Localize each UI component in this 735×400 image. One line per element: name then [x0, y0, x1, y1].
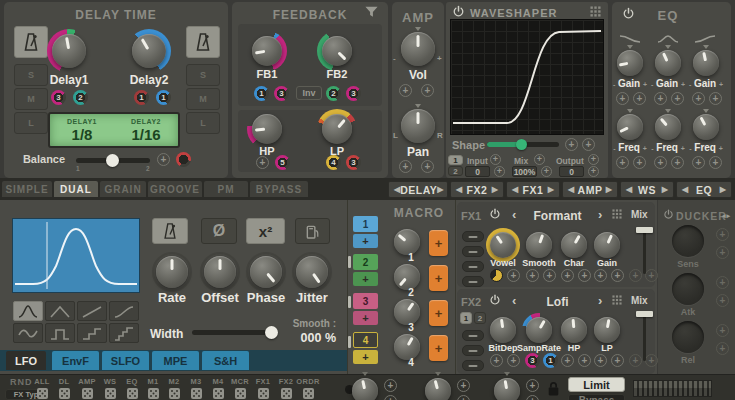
tab-bypass[interactable]: BYPASS	[250, 181, 308, 197]
ducker-atk-knob[interactable]	[672, 273, 704, 305]
eq-gain-add-mod-button[interactable]	[633, 92, 646, 105]
delay1-m-button[interactable]: M	[14, 88, 48, 110]
fx2-prev-preset-button[interactable]	[512, 294, 516, 307]
delay2-sync-metronome-button[interactable]	[186, 26, 220, 58]
fx2-add-mod-button[interactable]	[578, 354, 591, 367]
randomize-dice-button[interactable]	[258, 388, 269, 399]
nav-tab-ws[interactable]: WS	[620, 181, 674, 198]
randomize-dice-button[interactable]	[105, 388, 116, 399]
macro-4-drag-handle[interactable]	[429, 335, 448, 361]
rnd-add-mod-button[interactable]	[526, 379, 539, 392]
delay1-knob[interactable]	[52, 34, 86, 68]
balance-slider-handle[interactable]	[106, 154, 119, 167]
fx2-mix-add-mod-button[interactable]	[645, 354, 658, 367]
fx2-add-mod-button[interactable]	[611, 354, 624, 367]
fx2-mod-slot[interactable]	[462, 345, 484, 356]
fx2-slot-b-button[interactable]: 2	[474, 312, 486, 324]
nav-tab-amp[interactable]: AMP	[562, 181, 618, 198]
fx2-samprate-knob[interactable]	[526, 317, 552, 343]
prev-arrow-icon[interactable]	[456, 186, 462, 194]
width-slider[interactable]	[192, 330, 278, 335]
lp-mod-badge[interactable]: 3	[346, 155, 361, 170]
fx1-mod-slot[interactable]	[462, 261, 484, 272]
lfo-rate-knob[interactable]	[156, 256, 188, 288]
eq-freq-add-mod-button[interactable]	[671, 156, 684, 169]
output-add-mod-button[interactable]	[588, 166, 599, 177]
rnd-amount-knob[interactable]	[352, 378, 378, 400]
eq-gain-add-mod-button[interactable]	[616, 92, 629, 105]
preset-grid-icon[interactable]	[612, 209, 622, 219]
fx1-mix-slider-handle[interactable]	[636, 227, 653, 233]
prev-arrow-icon[interactable]	[626, 186, 632, 194]
macro-1-drag-handle[interactable]	[429, 230, 448, 256]
rnd-add-mod-button[interactable]	[457, 379, 470, 392]
output-value-box[interactable]: 0	[559, 166, 584, 177]
output-add-mod-button[interactable]	[588, 154, 599, 165]
eq-band1-gain-knob[interactable]	[617, 50, 643, 76]
nav-tab-fx1[interactable]: FX1	[506, 181, 560, 198]
rnd-amount-knob[interactable]	[425, 378, 451, 400]
fx1-next-preset-button[interactable]	[598, 208, 602, 221]
hp-mod-badge[interactable]: 5	[275, 155, 290, 170]
eq-gain-add-mod-button[interactable]	[709, 92, 722, 105]
randomize-dice-button[interactable]	[303, 388, 314, 399]
delay2-l-button[interactable]: L	[186, 112, 220, 134]
randomize-dice-button[interactable]	[127, 388, 138, 399]
rnd-add-mod-button[interactable]	[384, 379, 397, 392]
randomize-dice-button[interactable]	[191, 388, 202, 399]
tab-pm[interactable]: PM	[204, 181, 248, 197]
fx2-add-mod-button[interactable]	[507, 354, 520, 367]
lfo-shape-square-button[interactable]	[45, 323, 75, 343]
samprate-mod-badge[interactable]: 3	[525, 353, 540, 368]
hp-add-mod-button[interactable]	[256, 156, 269, 169]
eq-band1-freq-knob[interactable]	[617, 114, 643, 140]
delay2-mod-badge[interactable]: 1	[156, 90, 171, 105]
tab-mpe[interactable]: MPE	[152, 351, 199, 370]
power-icon[interactable]	[663, 209, 674, 220]
fx1-char-knob[interactable]	[561, 232, 587, 258]
preset-grid-icon[interactable]	[612, 295, 622, 305]
tab-groove[interactable]: GROOVE	[148, 181, 202, 197]
eq-freq-add-mod-button[interactable]	[692, 156, 705, 169]
next-arrow-icon[interactable]	[606, 186, 612, 194]
next-arrow-icon[interactable]	[720, 186, 726, 194]
randomize-dice-button[interactable]	[148, 388, 159, 399]
feedback-lp-knob[interactable]	[322, 114, 352, 144]
fx1-add-mod-button[interactable]	[526, 269, 539, 282]
balance-slider[interactable]	[76, 158, 150, 163]
randomize-dice-button[interactable]	[213, 388, 224, 399]
delay1-l-button[interactable]: L	[14, 112, 48, 134]
ducker-add-mod-button[interactable]	[716, 342, 729, 355]
vol-knob[interactable]	[401, 32, 435, 66]
balance-mod-knob-badge[interactable]	[176, 152, 191, 167]
fx1-add-mod-button[interactable]	[507, 269, 520, 282]
eq-freq-add-mod-button[interactable]	[709, 156, 722, 169]
lfo-tempo-sync-button[interactable]	[152, 218, 188, 244]
mod-source-2-button[interactable]: 2	[353, 254, 378, 270]
lfo-shape-scurve-button[interactable]	[109, 301, 139, 321]
power-icon[interactable]	[622, 7, 635, 20]
width-slider-handle[interactable]	[265, 326, 278, 339]
fx1-mix-add-mod-button[interactable]	[645, 269, 658, 282]
nav-tab-fx2[interactable]: FX2	[450, 181, 504, 198]
smooth-value[interactable]: 000 %	[288, 331, 336, 345]
fx1-mod-slot[interactable]	[462, 276, 484, 287]
mod-source-1-drag-handle[interactable]	[353, 234, 378, 248]
prev-arrow-icon[interactable]	[682, 186, 688, 194]
lfo-consume-button[interactable]	[295, 218, 330, 244]
fx2-mix-slider-handle[interactable]	[636, 311, 653, 317]
eq-band2-freq-knob[interactable]	[655, 114, 681, 140]
mod-source-2-drag-handle[interactable]	[353, 272, 378, 286]
fb2-knob[interactable]	[322, 36, 352, 66]
lfo-shape-random-button[interactable]	[13, 323, 43, 343]
next-arrow-icon[interactable]	[548, 186, 554, 194]
eq-band2-gain-knob[interactable]	[655, 50, 681, 76]
vol-add-mod-button[interactable]	[399, 84, 412, 97]
resize-arrows-icon[interactable]	[722, 212, 731, 220]
mix-add-mod-button[interactable]	[534, 154, 545, 165]
lock-icon[interactable]	[547, 381, 560, 397]
fx2-mod-slot[interactable]	[462, 360, 484, 371]
mix-add-mod-button[interactable]	[541, 166, 552, 177]
waveshaper-slot-a-button[interactable]: 1	[448, 155, 463, 165]
randomize-dice-button[interactable]	[37, 388, 48, 399]
